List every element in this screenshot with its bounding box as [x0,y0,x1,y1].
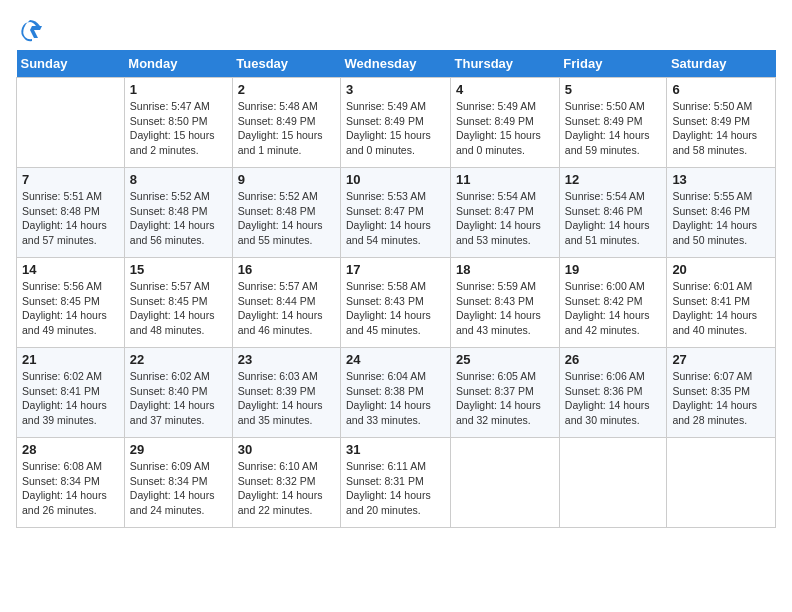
day-number: 6 [672,82,770,97]
calendar-cell: 27Sunrise: 6:07 AMSunset: 8:35 PMDayligh… [667,348,776,438]
calendar-week-row: 21Sunrise: 6:02 AMSunset: 8:41 PMDayligh… [17,348,776,438]
day-number: 18 [456,262,554,277]
day-number: 3 [346,82,445,97]
day-info: Sunrise: 5:56 AMSunset: 8:45 PMDaylight:… [22,279,119,338]
header [16,16,776,44]
calendar-cell: 11Sunrise: 5:54 AMSunset: 8:47 PMDayligh… [451,168,560,258]
day-number: 28 [22,442,119,457]
day-info: Sunrise: 6:07 AMSunset: 8:35 PMDaylight:… [672,369,770,428]
calendar-header-cell: Sunday [17,50,125,78]
day-info: Sunrise: 6:02 AMSunset: 8:40 PMDaylight:… [130,369,227,428]
day-info: Sunrise: 5:53 AMSunset: 8:47 PMDaylight:… [346,189,445,248]
day-info: Sunrise: 6:03 AMSunset: 8:39 PMDaylight:… [238,369,335,428]
day-number: 4 [456,82,554,97]
day-number: 23 [238,352,335,367]
day-info: Sunrise: 6:01 AMSunset: 8:41 PMDaylight:… [672,279,770,338]
calendar-cell [667,438,776,528]
day-number: 11 [456,172,554,187]
day-number: 27 [672,352,770,367]
day-info: Sunrise: 5:57 AMSunset: 8:44 PMDaylight:… [238,279,335,338]
day-info: Sunrise: 6:04 AMSunset: 8:38 PMDaylight:… [346,369,445,428]
calendar-cell: 24Sunrise: 6:04 AMSunset: 8:38 PMDayligh… [341,348,451,438]
calendar-cell: 2Sunrise: 5:48 AMSunset: 8:49 PMDaylight… [232,78,340,168]
day-number: 31 [346,442,445,457]
day-number: 15 [130,262,227,277]
calendar-cell: 30Sunrise: 6:10 AMSunset: 8:32 PMDayligh… [232,438,340,528]
day-number: 1 [130,82,227,97]
calendar-cell: 25Sunrise: 6:05 AMSunset: 8:37 PMDayligh… [451,348,560,438]
calendar-cell: 29Sunrise: 6:09 AMSunset: 8:34 PMDayligh… [124,438,232,528]
day-number: 22 [130,352,227,367]
calendar-header-cell: Thursday [451,50,560,78]
calendar-cell: 15Sunrise: 5:57 AMSunset: 8:45 PMDayligh… [124,258,232,348]
calendar-cell: 13Sunrise: 5:55 AMSunset: 8:46 PMDayligh… [667,168,776,258]
calendar-header-cell: Monday [124,50,232,78]
calendar-cell: 22Sunrise: 6:02 AMSunset: 8:40 PMDayligh… [124,348,232,438]
calendar-header-cell: Saturday [667,50,776,78]
day-info: Sunrise: 6:10 AMSunset: 8:32 PMDaylight:… [238,459,335,518]
calendar-table: SundayMondayTuesdayWednesdayThursdayFrid… [16,50,776,528]
calendar-cell: 9Sunrise: 5:52 AMSunset: 8:48 PMDaylight… [232,168,340,258]
calendar-header-cell: Friday [559,50,667,78]
day-info: Sunrise: 6:09 AMSunset: 8:34 PMDaylight:… [130,459,227,518]
day-number: 5 [565,82,662,97]
day-info: Sunrise: 5:55 AMSunset: 8:46 PMDaylight:… [672,189,770,248]
day-number: 21 [22,352,119,367]
calendar-cell: 6Sunrise: 5:50 AMSunset: 8:49 PMDaylight… [667,78,776,168]
day-number: 12 [565,172,662,187]
day-info: Sunrise: 5:51 AMSunset: 8:48 PMDaylight:… [22,189,119,248]
calendar-cell: 19Sunrise: 6:00 AMSunset: 8:42 PMDayligh… [559,258,667,348]
day-info: Sunrise: 5:48 AMSunset: 8:49 PMDaylight:… [238,99,335,158]
calendar-header-cell: Wednesday [341,50,451,78]
day-info: Sunrise: 6:00 AMSunset: 8:42 PMDaylight:… [565,279,662,338]
logo-icon [16,16,44,44]
day-info: Sunrise: 5:50 AMSunset: 8:49 PMDaylight:… [672,99,770,158]
day-info: Sunrise: 6:02 AMSunset: 8:41 PMDaylight:… [22,369,119,428]
day-number: 9 [238,172,335,187]
calendar-cell [451,438,560,528]
calendar-cell [17,78,125,168]
day-number: 8 [130,172,227,187]
calendar-cell: 1Sunrise: 5:47 AMSunset: 8:50 PMDaylight… [124,78,232,168]
calendar-cell: 5Sunrise: 5:50 AMSunset: 8:49 PMDaylight… [559,78,667,168]
calendar-cell [559,438,667,528]
calendar-cell: 16Sunrise: 5:57 AMSunset: 8:44 PMDayligh… [232,258,340,348]
day-info: Sunrise: 5:54 AMSunset: 8:47 PMDaylight:… [456,189,554,248]
day-number: 17 [346,262,445,277]
day-number: 7 [22,172,119,187]
calendar-cell: 17Sunrise: 5:58 AMSunset: 8:43 PMDayligh… [341,258,451,348]
day-info: Sunrise: 6:06 AMSunset: 8:36 PMDaylight:… [565,369,662,428]
calendar-cell: 4Sunrise: 5:49 AMSunset: 8:49 PMDaylight… [451,78,560,168]
day-info: Sunrise: 5:59 AMSunset: 8:43 PMDaylight:… [456,279,554,338]
day-number: 30 [238,442,335,457]
calendar-week-row: 7Sunrise: 5:51 AMSunset: 8:48 PMDaylight… [17,168,776,258]
calendar-header-row: SundayMondayTuesdayWednesdayThursdayFrid… [17,50,776,78]
day-number: 13 [672,172,770,187]
logo [16,16,48,44]
day-number: 24 [346,352,445,367]
day-info: Sunrise: 5:54 AMSunset: 8:46 PMDaylight:… [565,189,662,248]
day-number: 19 [565,262,662,277]
calendar-cell: 8Sunrise: 5:52 AMSunset: 8:48 PMDaylight… [124,168,232,258]
calendar-week-row: 14Sunrise: 5:56 AMSunset: 8:45 PMDayligh… [17,258,776,348]
calendar-cell: 21Sunrise: 6:02 AMSunset: 8:41 PMDayligh… [17,348,125,438]
day-info: Sunrise: 6:11 AMSunset: 8:31 PMDaylight:… [346,459,445,518]
day-info: Sunrise: 5:52 AMSunset: 8:48 PMDaylight:… [238,189,335,248]
day-number: 14 [22,262,119,277]
day-number: 29 [130,442,227,457]
calendar-cell: 28Sunrise: 6:08 AMSunset: 8:34 PMDayligh… [17,438,125,528]
calendar-cell: 14Sunrise: 5:56 AMSunset: 8:45 PMDayligh… [17,258,125,348]
day-info: Sunrise: 6:08 AMSunset: 8:34 PMDaylight:… [22,459,119,518]
day-info: Sunrise: 5:50 AMSunset: 8:49 PMDaylight:… [565,99,662,158]
day-info: Sunrise: 6:05 AMSunset: 8:37 PMDaylight:… [456,369,554,428]
day-info: Sunrise: 5:47 AMSunset: 8:50 PMDaylight:… [130,99,227,158]
day-info: Sunrise: 5:49 AMSunset: 8:49 PMDaylight:… [456,99,554,158]
day-info: Sunrise: 5:52 AMSunset: 8:48 PMDaylight:… [130,189,227,248]
calendar-header-cell: Tuesday [232,50,340,78]
calendar-cell: 31Sunrise: 6:11 AMSunset: 8:31 PMDayligh… [341,438,451,528]
day-info: Sunrise: 5:49 AMSunset: 8:49 PMDaylight:… [346,99,445,158]
calendar-cell: 26Sunrise: 6:06 AMSunset: 8:36 PMDayligh… [559,348,667,438]
day-number: 25 [456,352,554,367]
calendar-cell: 18Sunrise: 5:59 AMSunset: 8:43 PMDayligh… [451,258,560,348]
calendar-cell: 20Sunrise: 6:01 AMSunset: 8:41 PMDayligh… [667,258,776,348]
